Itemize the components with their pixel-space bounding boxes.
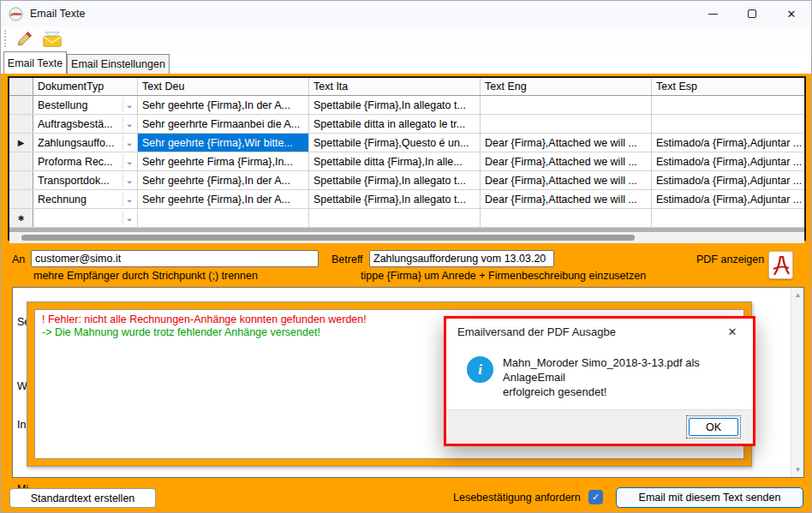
- row-selector[interactable]: [9, 152, 33, 170]
- chevron-down-icon[interactable]: ⌄: [122, 116, 135, 131]
- cell-text-ita[interactable]: Spettabile {Firma},In allegato t...: [309, 190, 481, 208]
- cell-text-ita[interactable]: [309, 209, 481, 227]
- main-panel: DokumentTyp Text Deu Text Ita Text Eng T…: [1, 74, 812, 513]
- combo-value: Proforma Rec...: [38, 156, 113, 168]
- cell-text-deu[interactable]: Sehr geerhrte Firmaanbei die A...: [138, 115, 309, 133]
- cell-text-esp[interactable]: [652, 115, 804, 133]
- row-selector[interactable]: [9, 96, 33, 114]
- dokumenttyp-combobox[interactable]: Rechnung⌄: [33, 190, 138, 208]
- tab-email-texte[interactable]: Email Texte: [3, 51, 67, 74]
- combo-value: Rechnung: [38, 194, 87, 206]
- chevron-down-icon[interactable]: ⌄: [122, 173, 135, 188]
- row-selector[interactable]: [9, 171, 33, 189]
- cell-text-esp[interactable]: [652, 209, 804, 227]
- cell-text-deu[interactable]: Sehr geehrte Firma {Firma},In...: [138, 152, 309, 170]
- cell-text-ita[interactable]: Spettabile {Firma},In allegato t...: [309, 96, 481, 114]
- chevron-down-icon[interactable]: ⌄: [122, 211, 135, 225]
- row-selector[interactable]: [9, 115, 33, 133]
- app-window: smo Email Texte ✕ Email Texte: [0, 0, 812, 513]
- app-logo-icon: smo: [9, 7, 23, 21]
- read-receipt-checkbox[interactable]: ✓: [588, 490, 603, 504]
- maximize-button[interactable]: [732, 1, 772, 27]
- standardtext-erstellen-button[interactable]: Standardtext erstellen: [9, 488, 156, 508]
- cell-text-eng[interactable]: Dear {Firma},Attached we will ...: [481, 190, 652, 208]
- cell-text-ita[interactable]: Spettabile ditta {Firma},In alle...: [309, 152, 481, 170]
- column-header-text-eng[interactable]: Text Eng: [481, 78, 652, 95]
- cell-text-deu[interactable]: [138, 209, 309, 227]
- column-header-text-deu[interactable]: Text Deu: [138, 78, 309, 95]
- recipient-input[interactable]: [31, 250, 319, 267]
- cell-text-deu[interactable]: Sehr geehrte {Firma},In der A...: [138, 190, 309, 208]
- cell-text-eng[interactable]: Dear {Firma},Attached we will ...: [481, 134, 652, 152]
- minimize-button[interactable]: [693, 1, 732, 27]
- cell-text-eng[interactable]: Dear {Firma},Attached we will ...: [481, 171, 652, 189]
- window-title: Email Texte: [30, 8, 85, 20]
- dokumenttyp-combobox[interactable]: Zahlungsauffo...⌄: [33, 134, 138, 152]
- scrollbar-thumb[interactable]: [21, 235, 635, 241]
- close-icon: ✕: [787, 9, 797, 20]
- cell-text-esp[interactable]: Estimado/a {Firma},Adjuntar ...: [652, 190, 804, 208]
- email-text-grid: DokumentTyp Text Deu Text Ita Text Eng T…: [8, 76, 806, 241]
- cell-text-ita[interactable]: Spettabile {Firma},Questo é un...: [309, 134, 481, 152]
- cell-text-eng[interactable]: [481, 96, 652, 114]
- pdf-view-button[interactable]: [768, 251, 793, 279]
- combo-value: Bestellung: [38, 99, 87, 111]
- dokumenttyp-combobox[interactable]: Proforma Rec...⌄: [33, 152, 138, 170]
- dialog-message: Mahn_Moroder Simo_2018-3-13.pdf als Anla…: [503, 355, 753, 399]
- scroll-down-icon[interactable]: ▼: [791, 463, 804, 476]
- cell-text-deu-selected[interactable]: Sehr geehrte {Firma},Wir bitte...: [138, 134, 309, 152]
- close-button[interactable]: ✕: [772, 1, 811, 27]
- maximize-icon: [748, 9, 756, 18]
- dialog-close-button[interactable]: ✕: [715, 319, 749, 344]
- cell-text-esp[interactable]: Estimado/a {Firma},Adjuntar ...: [652, 134, 804, 152]
- svg-text:smo: smo: [10, 10, 21, 17]
- edit-text-button[interactable]: [14, 29, 34, 49]
- ok-button[interactable]: OK: [689, 418, 738, 436]
- new-row-indicator[interactable]: ✱: [9, 209, 33, 227]
- dialog-title-bar: Emailversand der PDF Ausagbe ✕: [446, 319, 753, 344]
- tab-label: Email Texte: [8, 57, 63, 69]
- table-row: Rechnung⌄ Sehr geehrte {Firma},In der A.…: [9, 190, 804, 209]
- cell-text-deu[interactable]: Sehr geehrte {Firma},In der A...: [138, 171, 309, 189]
- cell-text-eng[interactable]: [481, 209, 652, 227]
- send-email-button[interactable]: [42, 29, 63, 49]
- cell-text-esp[interactable]: [652, 96, 804, 114]
- check-icon: ✓: [592, 492, 600, 503]
- body-vertical-scrollbar[interactable]: ▲ ▼: [791, 288, 803, 477]
- dialog-message-line: Mahn_Moroder Simo_2018-3-13.pdf als Anla…: [503, 355, 753, 385]
- column-header-text-ita[interactable]: Text Ita: [309, 78, 481, 95]
- cell-text-esp[interactable]: Estimado/a {Firma},Adjuntar ...: [652, 152, 804, 170]
- chevron-down-icon[interactable]: ⌄: [122, 98, 135, 112]
- dokumenttyp-combobox[interactable]: Auftragsbestä...⌄: [33, 115, 138, 133]
- envelope-icon: [42, 29, 63, 48]
- grid-horizontal-scrollbar[interactable]: [9, 232, 804, 243]
- table-row: Transportdok...⌄ Sehr geehrte {Firma},In…: [9, 171, 804, 190]
- send-email-text-button[interactable]: Email mit diesem Text senden: [616, 487, 803, 508]
- dialog-body: i Mahn_Moroder Simo_2018-3-13.pdf als An…: [446, 344, 753, 409]
- scroll-up-icon[interactable]: ▲: [791, 289, 804, 301]
- cell-text-eng[interactable]: [481, 115, 652, 133]
- dokumenttyp-combobox[interactable]: Bestellung⌄: [33, 96, 138, 114]
- row-selector[interactable]: [9, 190, 33, 208]
- email-sent-dialog: Emailversand der PDF Ausagbe ✕ i Mahn_Mo…: [444, 316, 755, 446]
- cell-text-ita[interactable]: Spettabile {Firma},In allegato t...: [309, 171, 481, 189]
- close-icon: ✕: [728, 325, 737, 338]
- cell-text-eng[interactable]: Dear {Firma},Attached we will ...: [481, 152, 652, 170]
- combo-value: Transportdok...: [38, 175, 110, 187]
- table-row: Bestellung⌄ Sehr geehrte {Firma},In der …: [9, 96, 804, 115]
- cell-text-ita[interactable]: Spettabile ditta in allegato le tr...: [309, 115, 481, 133]
- chevron-down-icon[interactable]: ⌄: [122, 192, 135, 206]
- info-icon: i: [467, 356, 493, 383]
- current-row-indicator[interactable]: ▶: [9, 134, 33, 152]
- tab-email-einstellungen[interactable]: Email Einstellungen: [67, 54, 170, 74]
- cell-text-esp[interactable]: Estimado/a {Firma},Adjuntar ...: [652, 171, 804, 189]
- column-header-dokumenttyp[interactable]: DokumentTyp: [33, 78, 138, 95]
- dokumenttyp-combobox[interactable]: Transportdok...⌄: [33, 171, 138, 189]
- chevron-down-icon[interactable]: ⌄: [122, 135, 135, 150]
- subject-input[interactable]: [369, 250, 554, 267]
- chevron-down-icon[interactable]: ⌄: [122, 154, 135, 169]
- cell-text-deu[interactable]: Sehr geehrte {Firma},In der A...: [138, 96, 309, 114]
- dokumenttyp-combobox[interactable]: ⌄: [33, 209, 138, 227]
- dialog-footer: OK: [446, 409, 753, 444]
- column-header-text-esp[interactable]: Text Esp: [652, 78, 804, 95]
